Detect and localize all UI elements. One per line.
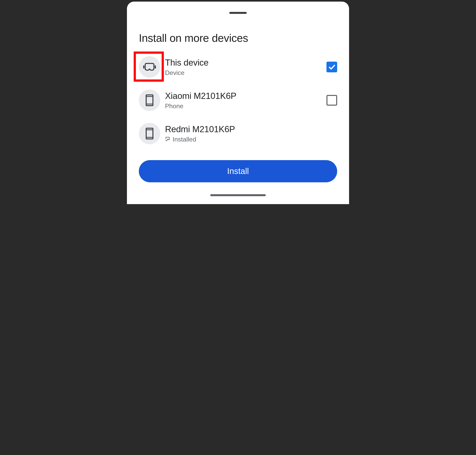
install-devices-sheet: Install on more devices This device Devi… [127,2,349,204]
drag-handle[interactable] [229,12,247,14]
svg-rect-1 [155,65,156,69]
headset-icon [139,56,160,78]
installed-check-icon [165,136,170,143]
device-list: This device Device Xiaomi M2101K6P Pho [139,56,337,144]
installed-label: Installed [173,136,196,143]
device-info: Xiaomi M2101K6P Phone [165,91,322,110]
device-row-xiaomi[interactable]: Xiaomi M2101K6P Phone [139,89,337,111]
phone-icon [139,89,160,111]
page-title: Install on more devices [139,32,337,44]
device-subtitle-label: Installed [165,136,337,143]
device-name-label: Xiaomi M2101K6P [165,91,322,101]
device-subtitle-label: Phone [165,102,322,110]
device-row-redmi: Redmi M2101K6P Installed [139,123,337,144]
device-checkbox[interactable] [326,62,337,72]
device-subtitle-label: Device [165,69,322,76]
nav-bar-indicator[interactable] [210,194,266,196]
device-info: Redmi M2101K6P Installed [165,124,337,143]
install-button[interactable]: Install [139,160,337,182]
device-name-label: Redmi M2101K6P [165,124,337,134]
device-name-label: This device [165,58,322,68]
device-checkbox[interactable] [326,95,337,106]
svg-rect-0 [143,65,144,69]
phone-icon [139,123,160,144]
device-row-this-device[interactable]: This device Device [139,56,337,78]
device-info: This device Device [165,58,322,76]
